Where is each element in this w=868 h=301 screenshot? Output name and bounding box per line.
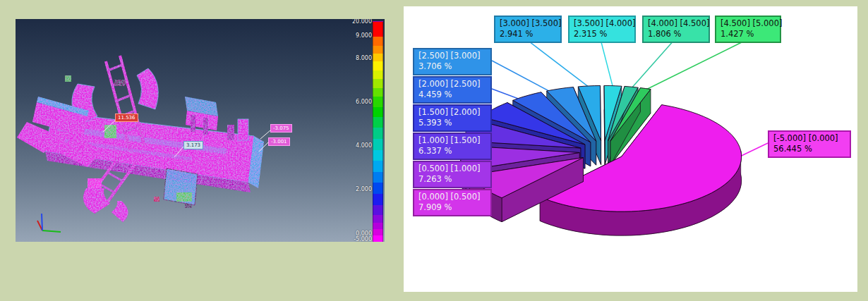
- color-scale-tick: 6.000: [356, 99, 372, 105]
- application-window: { "window": { "background": "#cbd6ae" },…: [0, 0, 868, 301]
- slice-percent: 2.315 %: [574, 29, 630, 39]
- slice-percent: 6.337 %: [418, 146, 486, 156]
- pie-slice-label[interactable]: [1.500] [2.000]5.393 %: [413, 104, 492, 132]
- pie-slice-label[interactable]: [1.000] [1.500]6.337 %: [413, 133, 492, 160]
- deviation-value: 11.536: [118, 115, 135, 121]
- deviation-flag[interactable]: 3.173: [183, 141, 203, 149]
- deviation-value: 3.173: [186, 142, 200, 148]
- deviation-value: -3.001: [271, 139, 287, 145]
- color-scale-tick: -5.000: [354, 236, 372, 242]
- slice-range: [4.500] [5.000]: [721, 18, 776, 29]
- pie-slice-label[interactable]: [4.500] [5.000]1.427 %: [715, 16, 781, 43]
- scan-point-cloud: [17, 56, 264, 222]
- pie-slice-label[interactable]: [4.000] [4.500]1.806 %: [642, 16, 710, 43]
- slice-range: [4.000] [4.500]: [648, 18, 704, 29]
- pie-slice-label[interactable]: [3.000] [3.500]2.941 %: [494, 16, 562, 43]
- color-scale-tick: 20.000: [352, 19, 372, 25]
- slice-range: [1.500] [2.000]: [418, 107, 486, 118]
- slice-percent: 3.706 %: [418, 61, 486, 72]
- pie-slice-label[interactable]: [2.000] [2.500]4.459 %: [413, 76, 492, 104]
- slice-percent: 5.393 %: [418, 118, 486, 128]
- scan-3d-canvas[interactable]: [16, 19, 385, 242]
- slice-range: [1.000] [1.500]: [418, 135, 486, 146]
- slice-range: [3.500] [4.000]: [574, 18, 630, 29]
- color-scale-bar: [373, 21, 383, 242]
- axis-triad-icon: [37, 214, 61, 232]
- slice-range: [0.500] [1.000]: [418, 164, 486, 174]
- deviation-flag[interactable]: 11.536: [115, 113, 138, 122]
- slice-percent: 1.806 %: [648, 29, 704, 39]
- slice-range: [0.000] [0.500]: [418, 192, 486, 202]
- slice-percent: 4.459 %: [418, 90, 486, 100]
- slice-percent: 1.427 %: [721, 29, 776, 39]
- pie-slice-label[interactable]: [3.500] [4.000]2.315 %: [568, 16, 636, 43]
- slice-range: [2.000] [2.500]: [418, 79, 486, 90]
- slice-percent: 7.909 %: [418, 202, 486, 213]
- slice-percent: 56.445 %: [773, 144, 845, 154]
- deviation-value: -3.075: [273, 125, 289, 131]
- pie-slice-label[interactable]: [-5.000] [0.000]56.445 %: [768, 130, 851, 158]
- pie-chart-panel: [2.500] [3.000]3.706 % [2.000] [2.500]4.…: [404, 6, 857, 292]
- color-scale-tick: 2.000: [356, 186, 372, 192]
- slice-percent: 2.941 %: [500, 29, 556, 39]
- slice-range: [3.000] [3.500]: [500, 18, 556, 29]
- color-scale-tick: 8.000: [356, 55, 372, 61]
- deviation-flag[interactable]: -3.075: [270, 124, 292, 133]
- pie-slice-label[interactable]: [0.500] [1.000]7.263 %: [413, 161, 492, 188]
- slice-range: [-5.000] [0.000]: [773, 133, 845, 144]
- scan-viewer-panel[interactable]: 11.536 3.173 -3.075 -3.001 20.000 9.000 …: [16, 19, 385, 242]
- color-scale-tick: 9.000: [356, 32, 372, 39]
- slice-range: [2.500] [3.000]: [418, 51, 486, 61]
- deviation-flag[interactable]: -3.001: [268, 137, 290, 146]
- color-scale-tick: 4.000: [356, 142, 372, 149]
- slice-percent: 7.263 %: [418, 174, 486, 185]
- pie-slice-label[interactable]: [2.500] [3.000]3.706 %: [413, 48, 492, 75]
- pie-slice-label[interactable]: [0.000] [0.500]7.909 %: [413, 189, 492, 216]
